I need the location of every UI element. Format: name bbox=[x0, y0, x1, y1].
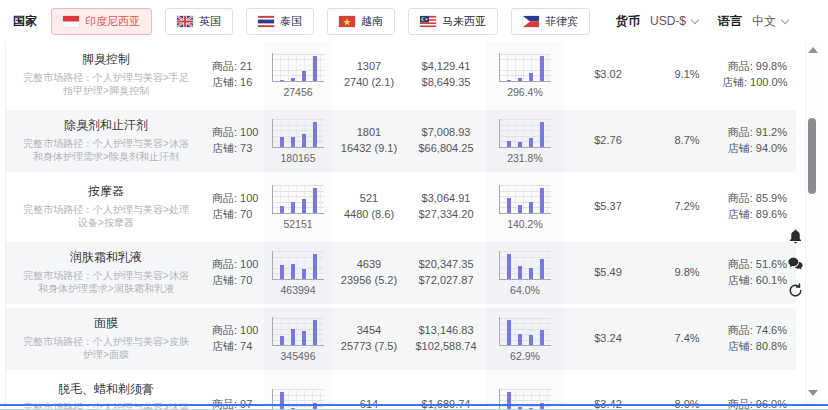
counts-cell: 商品: 100 店铺: 70 bbox=[206, 191, 264, 223]
sales-trend-chart-cell: 27456 bbox=[264, 42, 332, 108]
chart-bar bbox=[507, 254, 511, 279]
growth-percent: 64.0% bbox=[510, 284, 540, 296]
scrollbar-thumb[interactable] bbox=[808, 118, 816, 194]
chart-bar bbox=[518, 205, 522, 213]
vertical-scrollbar[interactable] bbox=[805, 42, 818, 404]
category-title: 按摩器 bbox=[20, 184, 192, 200]
chevron-down-icon bbox=[781, 15, 789, 23]
chart-bar bbox=[291, 329, 295, 345]
chart-bar bbox=[291, 78, 295, 81]
country-button-th[interactable]: 泰国 bbox=[246, 8, 314, 35]
chart-bar bbox=[529, 138, 533, 147]
growth-chart-cell: 296.4% bbox=[486, 42, 564, 108]
chart-bar bbox=[291, 137, 295, 147]
sales-trend-total: 345496 bbox=[280, 350, 315, 362]
avg-price: $3.24 bbox=[564, 331, 652, 347]
volume-cell: 3454 25773 (7.5) bbox=[332, 323, 406, 355]
category-title: 脚臭控制 bbox=[20, 52, 192, 68]
chart-bar bbox=[540, 56, 544, 81]
volume-cell: 1307 2740 (2.1) bbox=[332, 59, 406, 91]
category-table-row[interactable]: 润肤霜和乳液 完整市场路径：个人护理与美容>沐浴和身体护理需求>润肤霜和乳液 商… bbox=[6, 240, 796, 306]
country-button-vn[interactable]: 越南 bbox=[327, 8, 395, 35]
ratio-percent: 7.4% bbox=[652, 331, 722, 347]
chat-support-icon[interactable] bbox=[786, 254, 804, 272]
growth-chart-cell: 140.2% bbox=[486, 174, 564, 240]
growth-percent: 140.2% bbox=[507, 218, 543, 230]
currency-dropdown[interactable]: USD-$ bbox=[650, 14, 698, 28]
country-button-group: 印度尼西亚 英国 泰国 越南 马来西亚 菲律宾 bbox=[51, 8, 590, 35]
revenue-cell: $3,064.91 $27,334.20 bbox=[406, 191, 486, 223]
category-table-row[interactable]: 按摩器 完整市场路径：个人护理与美容>处理设备>按摩器 商品: 100 店铺: … bbox=[6, 174, 796, 240]
country-button-label: 马来西亚 bbox=[442, 14, 486, 29]
growth-bar-chart bbox=[499, 185, 551, 214]
chart-bar bbox=[280, 336, 284, 345]
goods-count: 商品: 100 bbox=[212, 257, 264, 273]
category-table-row[interactable]: 脚臭控制 完整市场路径：个人护理与美容>手足指甲护理>脚臭控制 商品: 21 店… bbox=[6, 42, 796, 108]
growth-percent: 231.8% bbox=[507, 152, 543, 164]
growth-bar-chart bbox=[499, 119, 551, 148]
chart-bar bbox=[518, 407, 522, 410]
revenue-cell: $7,008.93 $66,804.25 bbox=[406, 125, 486, 157]
country-filter-label: 国家 bbox=[13, 13, 37, 30]
category-market-path: 完整市场路径：个人护理与美容>沐浴和身体护理需求>润肤霜和乳液 bbox=[20, 269, 192, 296]
sales-trend-bar-chart bbox=[272, 119, 324, 148]
volume-value-2: 4480 (8.6) bbox=[332, 207, 406, 223]
growth-percent: 296.4% bbox=[507, 86, 543, 98]
chart-bar bbox=[507, 141, 511, 147]
revenue-cell: $20,347.35 $72,027.87 bbox=[406, 257, 486, 289]
country-button-my[interactable]: 马来西亚 bbox=[408, 8, 498, 35]
category-market-path: 完整市场路径：个人护理与美容>处理设备>按摩器 bbox=[20, 203, 192, 230]
sales-trend-chart-cell: 52151 bbox=[264, 174, 332, 240]
growth-bar-chart bbox=[499, 317, 551, 346]
sales-trend-bar-chart bbox=[272, 185, 324, 214]
category-name-cell: 按摩器 完整市场路径：个人护理与美容>处理设备>按摩器 bbox=[6, 184, 206, 230]
chart-bar bbox=[518, 266, 522, 279]
filter-bar: 国家 印度尼西亚 英国 泰国 越南 马来西亚 菲律宾 货币 USD-$ 语言 中… bbox=[0, 0, 800, 42]
shops-count: 店铺: 74 bbox=[212, 339, 264, 355]
country-button-gb[interactable]: 英国 bbox=[165, 8, 233, 35]
country-button-ph[interactable]: 菲律宾 bbox=[511, 8, 590, 35]
scroll-up-arrow-icon[interactable] bbox=[808, 47, 818, 53]
country-button-id[interactable]: 印度尼西亚 bbox=[51, 8, 152, 35]
goods-share-percent: 商品: 51.6% bbox=[722, 257, 787, 273]
growth-chart-cell: 62.9% bbox=[486, 306, 564, 372]
revenue-cell: $4,129.41 $8,649.35 bbox=[406, 59, 486, 91]
counts-cell: 商品: 100 店铺: 70 bbox=[206, 257, 264, 289]
ratio-percent: 8.7% bbox=[652, 133, 722, 149]
share-cell: 商品: 85.9% 店铺: 89.6% bbox=[722, 191, 797, 223]
sales-trend-chart-cell: 345496 bbox=[264, 306, 332, 372]
avg-price: $5.49 bbox=[564, 265, 652, 281]
scroll-down-arrow-icon[interactable] bbox=[808, 390, 818, 396]
country-flag-icon bbox=[523, 16, 539, 27]
language-dropdown[interactable]: 中文 bbox=[752, 13, 788, 30]
shops-count: 店铺: 73 bbox=[212, 141, 264, 157]
volume-value-1: 4639 bbox=[332, 257, 406, 273]
sales-trend-bar-chart bbox=[272, 53, 324, 82]
volume-value-1: 1801 bbox=[332, 125, 406, 141]
notification-bell-icon[interactable] bbox=[786, 227, 804, 245]
chart-bar bbox=[529, 335, 533, 345]
volume-value-1: 521 bbox=[332, 191, 406, 207]
category-title: 脱毛、蜡和剃须膏 bbox=[20, 382, 192, 398]
goods-share-percent: 商品: 91.2% bbox=[722, 125, 787, 141]
counts-cell: 商品: 100 店铺: 73 bbox=[206, 125, 264, 157]
category-table-row[interactable]: 面膜 完整市场路径：个人护理与美容>皮肤护理>面膜 商品: 100 店铺: 74… bbox=[6, 306, 796, 372]
category-table-row[interactable]: 除臭剂和止汗剂 完整市场路径：个人护理与美容>沐浴和身体护理需求>除臭剂和止汗剂… bbox=[6, 108, 796, 174]
revenue-value-2: $72,027.87 bbox=[406, 273, 486, 289]
goods-share-percent: 商品: 85.9% bbox=[722, 191, 787, 207]
chart-bar bbox=[280, 80, 284, 81]
share-cell: 商品: 99.8% 店铺: 100.0% bbox=[722, 59, 797, 91]
sales-trend-total: 180165 bbox=[280, 152, 315, 164]
shops-count: 店铺: 16 bbox=[212, 75, 264, 91]
ratio-percent: 9.1% bbox=[652, 67, 722, 83]
share-cell: 商品: 74.6% 店铺: 80.8% bbox=[722, 323, 797, 355]
shops-share-percent: 店铺: 80.8% bbox=[722, 339, 787, 355]
refresh-cycle-icon[interactable] bbox=[786, 281, 804, 299]
language-label: 语言 bbox=[718, 13, 742, 30]
country-button-label: 英国 bbox=[199, 14, 221, 29]
revenue-value-2: $27,334.20 bbox=[406, 207, 486, 223]
sales-trend-bar-chart bbox=[272, 251, 324, 280]
country-flag-icon bbox=[177, 16, 193, 27]
growth-chart-cell: 64.0% bbox=[486, 240, 564, 306]
country-flag-icon bbox=[420, 16, 436, 27]
